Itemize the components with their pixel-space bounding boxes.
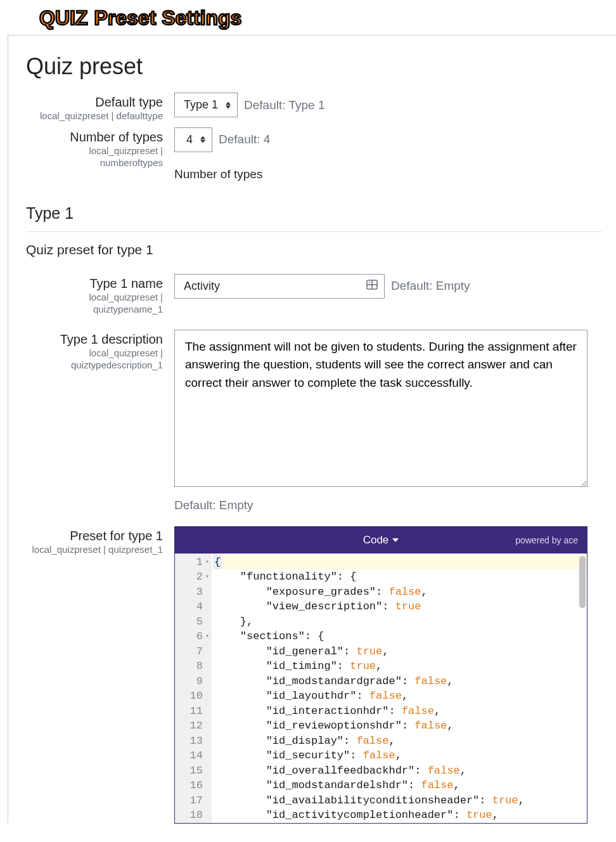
chevron-down-icon [392, 538, 399, 542]
number-of-types-value: 4 [186, 133, 193, 146]
page-title: Quiz preset [26, 53, 602, 80]
type1-section-title: Type 1 [26, 204, 602, 223]
svg-point-3 [369, 282, 370, 283]
type1-desc-sublabel: local_quizpreset | quiztypedescription_1 [71, 347, 163, 371]
code-editor-body[interactable]: 1▾2▾3456▾789101112131415161718 { "functi… [175, 554, 587, 823]
type1-name-sublabel: local_quizpreset | quiztypename_1 [89, 292, 163, 315]
type1-name-label: Type 1 name [26, 276, 163, 291]
type1-desc-label: Type 1 description [26, 332, 163, 347]
code-powered-by: powered by ace [515, 535, 578, 545]
default-type-label: Default type [26, 95, 163, 110]
scrollbar-thumb[interactable] [579, 556, 586, 608]
field-preset-type1: Preset for type 1 local_quizpreset | qui… [26, 526, 602, 824]
type1-desc-hint: Default: Empty [174, 498, 253, 512]
default-type-value: Type 1 [184, 98, 218, 112]
type1-name-value: Activity [184, 280, 220, 293]
select-caret-icon [200, 136, 205, 143]
form-icon [366, 280, 378, 293]
type1-subsection-title: Quiz preset for type 1 [26, 242, 602, 257]
preset1-label: Preset for type 1 [26, 529, 163, 543]
header-title-rest: Preset Settings [94, 6, 241, 30]
preset1-sublabel: local_quizpreset | quizpreset_1 [32, 544, 163, 555]
type1-name-hint: Default: Empty [391, 279, 470, 293]
number-of-types-select[interactable]: 4 [174, 127, 212, 152]
default-type-select[interactable]: Type 1 [174, 93, 238, 117]
number-of-types-helper: Number of types [174, 167, 602, 181]
select-caret-icon [226, 101, 231, 108]
section-divider [26, 231, 602, 232]
default-type-hint: Default: Type 1 [244, 98, 324, 112]
code-editor: Code powered by ace 1▾2▾3456▾78910111213… [174, 526, 587, 824]
number-of-types-sublabel: local_quizpreset | numberoftypes [89, 145, 163, 169]
header-title-bold: QUIZ [39, 6, 87, 30]
code-editor-header: Code powered by ace [175, 527, 587, 554]
field-type1-name: Type 1 name local_quizpreset | quiztypen… [26, 274, 602, 316]
field-type1-description: Type 1 description local_quizpreset | qu… [26, 330, 602, 512]
code-gutter: 1▾2▾3456▾789101112131415161718 [175, 554, 212, 823]
code-mode-dropdown[interactable]: Code [363, 534, 399, 547]
field-default-type: Default type local_quizpreset | defaultt… [26, 93, 602, 122]
settings-panel: Quiz preset Default type local_quizprese… [8, 35, 616, 824]
code-mode-label: Code [363, 534, 389, 547]
field-number-of-types: Number of types local_quizpreset | numbe… [26, 127, 602, 181]
type1-name-input[interactable]: Activity [174, 274, 385, 299]
page-header: QUIZ Preset Settings [0, 0, 616, 35]
number-of-types-hint: Default: 4 [219, 133, 270, 146]
number-of-types-label: Number of types [26, 130, 163, 145]
type1-desc-textarea[interactable] [174, 330, 587, 487]
code-lines[interactable]: { "functionality": { "exposure_grades": … [212, 554, 587, 823]
default-type-sublabel: local_quizpreset | defaulttype [40, 110, 163, 121]
